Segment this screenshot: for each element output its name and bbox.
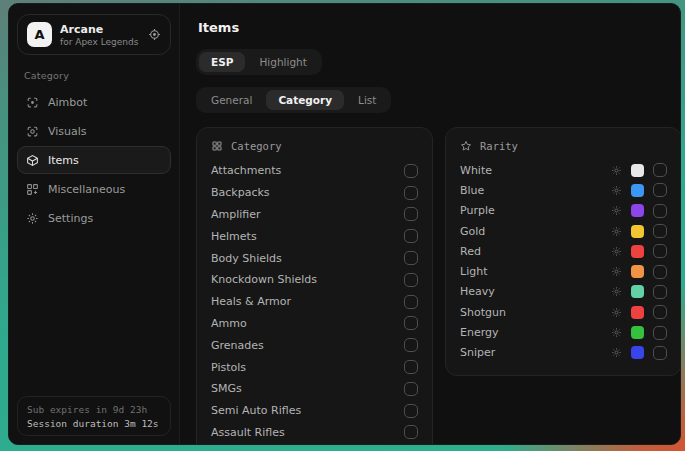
rarity-color-swatch[interactable] [631, 326, 644, 339]
sidebar-item-miscellaneous[interactable]: Miscellaneous [17, 175, 171, 203]
rarity-checkbox[interactable] [653, 346, 667, 360]
category-label: Backpacks [211, 186, 404, 199]
category-label: Knockdown Shields [211, 273, 404, 286]
star-icon [460, 140, 472, 152]
rarity-row: Blue [460, 180, 667, 200]
rarity-list: White Blue [460, 160, 667, 363]
category-label: Heals & Armor [211, 295, 404, 308]
view-tabs: General Category List [196, 87, 391, 113]
main-content: Items ESP Highlight General Category Lis… [180, 4, 680, 444]
rarity-gear-icon[interactable] [611, 286, 622, 297]
rarity-gear-icon[interactable] [611, 185, 622, 196]
rarity-gear-icon[interactable] [611, 165, 622, 176]
category-label: Helmets [211, 230, 404, 243]
sidebar-item-label: Settings [48, 212, 93, 225]
sidebar-item-aimbot[interactable]: Aimbot [17, 88, 171, 116]
rarity-row: Purple [460, 201, 667, 221]
rarity-color-swatch[interactable] [631, 285, 644, 298]
category-checkbox[interactable] [404, 382, 418, 396]
rarity-label: White [460, 164, 611, 177]
sidebar-item-label: Miscellaneous [48, 183, 125, 196]
rarity-label: Blue [460, 184, 611, 197]
brand-text: Arcane for Apex Legends [60, 23, 138, 47]
rarity-label: Light [460, 265, 611, 278]
category-label: Pistols [211, 361, 404, 374]
category-checkbox[interactable] [404, 164, 418, 178]
category-label: Ammo [211, 317, 404, 330]
category-row: SMGs [211, 378, 418, 400]
category-row: Helmets [211, 225, 418, 247]
rarity-row: Sniper [460, 343, 667, 363]
tab-highlight[interactable]: Highlight [247, 52, 318, 72]
app-name: Arcane [60, 23, 138, 36]
rarity-gear-icon[interactable] [611, 327, 622, 338]
tab-esp[interactable]: ESP [199, 52, 245, 72]
category-checkbox[interactable] [404, 273, 418, 287]
sidebar-item-settings[interactable]: Settings [17, 204, 171, 232]
rarity-panel-title: Rarity [480, 140, 518, 152]
rarity-checkbox[interactable] [653, 305, 667, 319]
tab-list[interactable]: List [346, 90, 388, 110]
app-subtitle: for Apex Legends [60, 37, 138, 47]
category-checkbox[interactable] [404, 316, 418, 330]
category-checkbox[interactable] [404, 404, 418, 418]
rarity-gear-icon[interactable] [611, 205, 622, 216]
rarity-color-swatch[interactable] [631, 245, 644, 258]
rarity-color-swatch[interactable] [631, 346, 644, 359]
rarity-row: Light [460, 261, 667, 281]
category-checkbox[interactable] [404, 360, 418, 374]
category-row: Ammo [211, 313, 418, 335]
rarity-checkbox[interactable] [653, 326, 667, 340]
brand-card: A Arcane for Apex Legends [17, 14, 171, 55]
rarity-checkbox[interactable] [653, 244, 667, 258]
category-checkbox[interactable] [404, 425, 418, 439]
rarity-checkbox[interactable] [653, 183, 667, 197]
category-label: Semi Auto Rifles [211, 404, 404, 417]
rarity-checkbox[interactable] [653, 204, 667, 218]
rarity-color-swatch[interactable] [631, 164, 644, 177]
category-label: Amplifier [211, 208, 404, 221]
category-row: Backpacks [211, 182, 418, 204]
category-row: Grenades [211, 334, 418, 356]
rarity-checkbox[interactable] [653, 163, 667, 177]
category-row: Semi Auto Rifles [211, 400, 418, 422]
app-logo: A [27, 22, 52, 47]
rarity-gear-icon[interactable] [611, 266, 622, 277]
box-icon [26, 154, 39, 167]
sidebar-item-items[interactable]: Items [17, 146, 171, 174]
category-list: Attachments Backpacks Amplifier [211, 160, 418, 444]
mode-tabs: ESP Highlight [196, 49, 322, 75]
rarity-checkbox[interactable] [653, 285, 667, 299]
blocks-icon [26, 183, 39, 196]
tab-category[interactable]: Category [266, 90, 344, 110]
sidebar-item-visuals[interactable]: Visuals [17, 117, 171, 145]
category-row: Pistols [211, 356, 418, 378]
rarity-color-swatch[interactable] [631, 204, 644, 217]
rarity-color-swatch[interactable] [631, 184, 644, 197]
rarity-checkbox[interactable] [653, 265, 667, 279]
rarity-gear-icon[interactable] [611, 347, 622, 358]
rarity-gear-icon[interactable] [611, 246, 622, 257]
category-panel-title: Category [231, 140, 282, 152]
sidebar-item-label: Items [48, 154, 79, 167]
rarity-gear-icon[interactable] [611, 226, 622, 237]
arcane-window: A Arcane for Apex Legends Category [8, 3, 681, 445]
category-checkbox[interactable] [404, 229, 418, 243]
category-checkbox[interactable] [404, 295, 418, 309]
category-checkbox[interactable] [404, 207, 418, 221]
tab-general[interactable]: General [199, 90, 264, 110]
rarity-color-swatch[interactable] [631, 265, 644, 278]
rarity-color-swatch[interactable] [631, 306, 644, 319]
category-checkbox[interactable] [404, 251, 418, 265]
category-checkbox[interactable] [404, 186, 418, 200]
rarity-checkbox[interactable] [653, 224, 667, 238]
rarity-color-swatch[interactable] [631, 225, 644, 238]
rarity-gear-icon[interactable] [611, 307, 622, 318]
subscription-card: Sub expires in 9d 23h Session duration 3… [17, 396, 171, 436]
gear-icon [26, 212, 39, 225]
category-row: Body Shields [211, 247, 418, 269]
rarity-label: Heavy [460, 285, 611, 298]
target-gear-icon[interactable] [148, 28, 161, 41]
category-checkbox[interactable] [404, 338, 418, 352]
category-row: Heals & Armor [211, 291, 418, 313]
